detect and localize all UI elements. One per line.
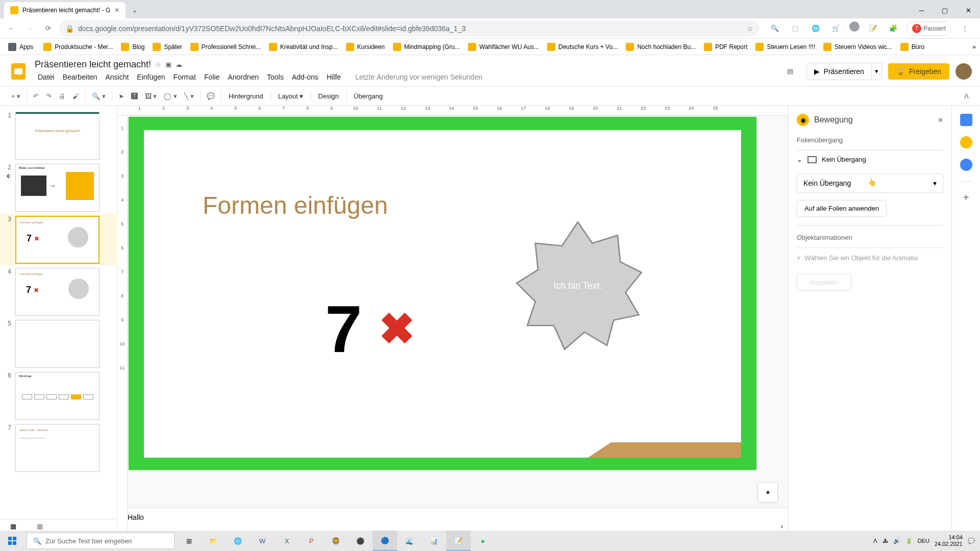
- comment-button[interactable]: 💬: [204, 90, 218, 102]
- slide-thumbnail[interactable]: Bilder und Grafiken→: [15, 164, 100, 212]
- slide-thumb-row[interactable]: 3Formen einfügen7✖: [0, 214, 117, 266]
- chrome-icon[interactable]: 🔵: [373, 531, 397, 551]
- explorer-icon[interactable]: 📁: [201, 531, 226, 551]
- new-slide-button[interactable]: + ▾: [8, 90, 23, 102]
- calendar-app-icon[interactable]: [960, 114, 972, 126]
- word-icon[interactable]: W: [250, 531, 275, 551]
- user-avatar[interactable]: [955, 63, 972, 80]
- line-button[interactable]: ╲ ▾: [181, 90, 197, 102]
- print-button[interactable]: 🖨: [56, 90, 68, 102]
- x-shape[interactable]: ✖: [379, 304, 415, 354]
- bookmark-item[interactable]: Noch hochladen Bu...: [622, 41, 700, 53]
- menu-datei[interactable]: Datei: [35, 71, 58, 83]
- add-app-icon[interactable]: +: [963, 192, 969, 204]
- task-view-icon[interactable]: ⊞: [177, 531, 201, 551]
- bookmark-item[interactable]: PDF Report: [700, 41, 751, 53]
- present-dropdown-button[interactable]: ▾: [872, 63, 882, 80]
- apply-all-button[interactable]: Auf alle Folien anwenden: [797, 200, 887, 217]
- bookmark-item[interactable]: Büro: [896, 41, 928, 53]
- start-button[interactable]: [0, 531, 24, 551]
- slide-title-text[interactable]: Formen einfügen: [203, 191, 388, 219]
- slide-thumbnail[interactable]: [15, 320, 100, 368]
- seven-shape[interactable]: 7: [325, 291, 362, 367]
- close-window-button[interactable]: ✕: [957, 2, 980, 18]
- slide-thumb-row[interactable]: 2◐Bilder und Grafiken→: [0, 162, 117, 214]
- maximize-button[interactable]: ▢: [933, 2, 957, 18]
- new-tab-button[interactable]: +: [128, 4, 142, 18]
- comments-button[interactable]: ▤: [780, 61, 800, 82]
- filmstrip-view-icon[interactable]: ▦: [10, 522, 16, 530]
- bookmarks-overflow-icon[interactable]: »: [972, 43, 976, 51]
- bookmark-item[interactable]: Mindmapping (Gru...: [389, 41, 464, 53]
- puzzle-ext-icon[interactable]: 🧩: [886, 21, 900, 36]
- forward-button[interactable]: →: [22, 21, 37, 36]
- bookmark-item[interactable]: Kreativität und Insp...: [265, 41, 342, 53]
- tray-chevron-icon[interactable]: ᐱ: [873, 538, 877, 544]
- notepad-icon[interactable]: 📝: [446, 531, 471, 551]
- menu-anordnen[interactable]: Anordnen: [225, 71, 262, 83]
- next-slide-arrow[interactable]: ›: [781, 522, 783, 530]
- bookmark-item[interactable]: Wahlfächer WU Aus...: [464, 41, 543, 53]
- slide-thumbnail[interactable]: Formen einfügen7✖: [15, 216, 100, 264]
- menu-hilfe[interactable]: Hilfe: [324, 71, 344, 83]
- transition-button[interactable]: Übergang: [350, 90, 387, 102]
- slide-thumb-row[interactable]: 1Präsentieren leicht gemacht!: [0, 110, 117, 162]
- background-button[interactable]: Hintergrund: [225, 90, 267, 102]
- reload-button[interactable]: ⟳: [41, 21, 55, 36]
- minimize-button[interactable]: ─: [910, 2, 933, 18]
- share-button[interactable]: 🔒 Freigeben: [888, 63, 949, 80]
- menu-add-ons[interactable]: Add-ons: [289, 71, 322, 83]
- slide-thumb-row[interactable]: 5: [0, 318, 117, 370]
- collapse-toolbar-button[interactable]: ᐱ: [961, 90, 972, 102]
- redo-button[interactable]: ↷: [43, 90, 55, 102]
- explore-button[interactable]: ✦: [757, 482, 778, 503]
- bookmark-item[interactable]: Produktsuche - Mer...: [39, 41, 117, 53]
- circle-ext-icon[interactable]: [849, 21, 860, 32]
- shape-button[interactable]: ◯ ▾: [161, 90, 180, 102]
- grid-view-icon[interactable]: ▦: [37, 522, 43, 530]
- cloud-status-icon[interactable]: ☁: [176, 61, 182, 68]
- obs-icon[interactable]: ⚫: [348, 531, 373, 551]
- close-tab-icon[interactable]: ✕: [114, 7, 119, 14]
- slide-thumbnail[interactable]: Formen einfügen7✖: [15, 268, 100, 316]
- star-shape[interactable]: Ich bin Text.: [511, 219, 644, 352]
- menu-format[interactable]: Format: [170, 71, 199, 83]
- bookmark-item[interactable]: Deutsche Kurs + Vo...: [543, 41, 622, 53]
- bookmark-item[interactable]: Später: [149, 41, 186, 53]
- note-ext-icon[interactable]: 📝: [866, 21, 880, 36]
- zoom-icon[interactable]: 🔍: [768, 21, 782, 36]
- browser-menu-icon[interactable]: ⋮: [958, 21, 972, 36]
- translate-icon[interactable]: 🌐: [808, 21, 823, 36]
- slide-thumbnail[interactable]: Präsentieren leicht gemacht!: [15, 112, 100, 160]
- slide-thumb-row[interactable]: 4Formen einfügen7✖: [0, 266, 117, 318]
- menu-einfügen[interactable]: Einfügen: [134, 71, 168, 83]
- tasks-app-icon[interactable]: [960, 159, 972, 171]
- spotify-icon[interactable]: ●: [471, 531, 495, 551]
- menu-bearbeiten[interactable]: Bearbeiten: [60, 71, 101, 83]
- notifications-icon[interactable]: 💬: [968, 538, 975, 544]
- layout-button[interactable]: Layout ▾: [274, 90, 308, 102]
- textbox-button[interactable]: 🆃: [128, 90, 141, 102]
- transition-dropdown[interactable]: Kein Übergang 👆 ▾: [797, 173, 943, 193]
- edge-icon[interactable]: 🌊: [397, 531, 422, 551]
- present-button[interactable]: ▶ Präsentieren: [806, 63, 872, 80]
- bookmark-item[interactable]: Blog: [117, 41, 149, 53]
- menu-folie[interactable]: Folie: [201, 71, 223, 83]
- address-bar[interactable]: 🔒 docs.google.com/presentation/d/1yV372S…: [59, 20, 760, 37]
- browser-tab[interactable]: Präsentieren leicht gemacht! - G ✕: [4, 2, 126, 18]
- last-edit-text[interactable]: Letzte Änderung vor wenigen Sekunden: [352, 71, 485, 83]
- star-doc-icon[interactable]: ☆: [155, 61, 161, 68]
- bookmark-item[interactable]: Steuern Videos wic...: [819, 41, 896, 53]
- slide-thumbnail[interactable]: Erste Folie - BeispielLorem ipsum dolor …: [15, 424, 100, 472]
- app1-icon[interactable]: 📊: [422, 531, 446, 551]
- star-bookmark-icon[interactable]: ☆: [747, 24, 753, 33]
- slide-thumbnail[interactable]: Mindmap: [15, 372, 100, 420]
- undo-button[interactable]: ↶: [30, 90, 42, 102]
- slide-thumb-row[interactable]: 7Erste Folie - BeispielLorem ipsum dolor…: [0, 422, 117, 474]
- apps-button[interactable]: Apps: [4, 41, 37, 53]
- play-button[interactable]: Abspielen: [797, 274, 851, 291]
- select-tool-button[interactable]: ➤: [115, 90, 127, 102]
- brave-icon[interactable]: 🦁: [324, 531, 348, 551]
- slide-thumb-row[interactable]: 6Mindmap: [0, 370, 117, 422]
- taskbar-search[interactable]: 🔍 Zur Suche Text hier eingeben: [27, 533, 175, 549]
